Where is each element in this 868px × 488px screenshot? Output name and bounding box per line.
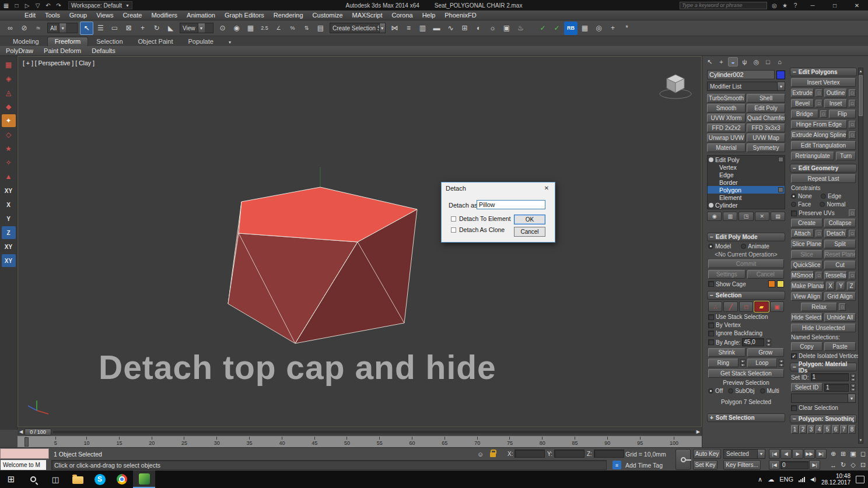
- animate-radio[interactable]: [741, 244, 746, 249]
- skype-icon[interactable]: S: [89, 471, 111, 488]
- select-id-spinner[interactable]: ▲▼: [850, 384, 856, 391]
- set-id-field[interactable]: 1: [811, 373, 849, 381]
- render-production-icon[interactable]: ♨: [514, 22, 527, 35]
- preserve-uvs-settings-icon[interactable]: □: [849, 209, 856, 217]
- menu-item[interactable]: Rendering: [269, 12, 308, 19]
- task-view-icon[interactable]: ◫: [44, 471, 66, 488]
- maxscript-listener-icon[interactable]: ≡: [612, 461, 621, 469]
- modifier-button[interactable]: Smooth: [707, 104, 746, 113]
- cut-button[interactable]: Cut: [824, 261, 856, 269]
- help-icon[interactable]: ?: [790, 1, 800, 10]
- detach-as-clone-checkbox[interactable]: [451, 227, 456, 233]
- repeat-last-button[interactable]: Repeat Last: [791, 174, 856, 183]
- polygon-subobject-icon[interactable]: ▰: [754, 301, 768, 312]
- time-slider-handle[interactable]: 0 / 100: [24, 429, 51, 436]
- ribbon-toggle-icon[interactable]: ▬: [430, 22, 443, 35]
- make-unique-icon[interactable]: ◳: [738, 212, 753, 221]
- gem-icon[interactable]: ◈: [2, 72, 16, 85]
- constraint-edge-radio[interactable]: [821, 194, 826, 199]
- material-editor-icon[interactable]: ◐: [472, 22, 485, 35]
- constraint-normal-radio[interactable]: [820, 202, 825, 207]
- modifier-button[interactable]: Unwrap UVW: [707, 134, 746, 142]
- vertex-subobject-icon[interactable]: ∴: [708, 301, 722, 312]
- tray-chevron-icon[interactable]: ∧: [758, 476, 762, 483]
- planar-y-button[interactable]: Y: [836, 282, 845, 290]
- go-to-end-icon[interactable]: ▶|: [809, 460, 820, 470]
- 3ds-max-taskbar-icon[interactable]: [133, 471, 155, 488]
- play-icon[interactable]: ▶: [792, 449, 803, 459]
- align-icon[interactable]: ≡: [402, 22, 415, 35]
- maximize-button[interactable]: □: [825, 1, 845, 10]
- modifier-stack[interactable]: Edit Poly Vertex Edge Border Polygon Ele…: [707, 155, 785, 209]
- scroll-up-icon[interactable]: ▲: [859, 68, 863, 74]
- rollout-edit-geometry[interactable]: −Edit Geometry: [790, 164, 857, 173]
- cloud-icon[interactable]: ☁: [768, 476, 774, 483]
- x-coordinate-field[interactable]: [514, 450, 545, 458]
- paste-button[interactable]: Paste: [824, 342, 856, 351]
- tessellate-button[interactable]: Tessellate: [824, 271, 847, 280]
- by-angle-field[interactable]: 45,0: [742, 338, 764, 346]
- loop-spinner[interactable]: ▲▼: [779, 359, 784, 367]
- settings-button[interactable]: Settings: [708, 270, 746, 279]
- viewport-label[interactable]: [ + ] [ Perspective ] [ Clay ]: [23, 59, 94, 66]
- menu-item[interactable]: Animation: [182, 12, 220, 19]
- new-scene-icon[interactable]: □: [12, 1, 22, 10]
- workspace-dropdown[interactable]: Workspace: Default ▼: [68, 1, 132, 9]
- layer-manager-icon[interactable]: ▥: [416, 22, 429, 35]
- ribbon-minimize-icon[interactable]: ▾: [222, 39, 238, 46]
- menu-item[interactable]: Views: [92, 12, 118, 19]
- outline-button[interactable]: Outline: [824, 89, 847, 97]
- edge-subobject-icon[interactable]: ╱: [723, 301, 737, 312]
- crystal-icon[interactable]: ◇: [2, 128, 16, 141]
- select-and-rotate-icon[interactable]: ↻: [150, 22, 163, 35]
- undo-icon[interactable]: ↶: [43, 1, 53, 10]
- viewcube[interactable]: [667, 75, 684, 93]
- motion-tab-icon[interactable]: ◎: [751, 57, 761, 66]
- rb-badge[interactable]: RB: [564, 22, 578, 35]
- named-selection-set-dropdown[interactable]: Create Selection Se ▼: [330, 23, 386, 33]
- corona-check2-icon[interactable]: ✓: [550, 22, 564, 35]
- extrude-spline-settings-icon[interactable]: □: [849, 131, 856, 139]
- corona-globe-icon[interactable]: ◎: [592, 22, 606, 35]
- constraint-z-icon[interactable]: Z: [2, 226, 16, 239]
- modify-tab-icon[interactable]: ◒: [728, 57, 738, 66]
- loop-button[interactable]: Loop: [747, 359, 778, 367]
- modifier-button[interactable]: Quad Chamfer: [747, 114, 785, 122]
- edit-triangulation-button[interactable]: Edit Triangulation: [791, 141, 856, 150]
- by-angle-spinner[interactable]: ▲▼: [766, 339, 771, 346]
- star-icon[interactable]: ★: [2, 142, 16, 155]
- show-end-result-icon[interactable]: ▥: [723, 212, 737, 221]
- split-button[interactable]: Split: [824, 240, 856, 248]
- tessellate-settings-icon[interactable]: □: [849, 272, 856, 279]
- dialog-title-bar[interactable]: Detach ✕: [442, 182, 555, 194]
- select-id-button[interactable]: Select ID: [791, 383, 822, 392]
- modifier-button[interactable]: UVW Xform: [707, 114, 746, 122]
- hinge-from-edge-button[interactable]: Hinge From Edge: [791, 120, 847, 129]
- spark-icon[interactable]: ✦: [2, 114, 16, 127]
- rollout-smoothing-groups[interactable]: −Polygon: Smoothing Groups: [790, 415, 857, 423]
- object-name-field[interactable]: Cylinder002: [707, 70, 775, 79]
- utilities-tab-icon[interactable]: ⌂: [775, 57, 785, 66]
- create-tab-icon[interactable]: +: [716, 57, 726, 66]
- selection-lock-icon[interactable]: [490, 452, 496, 457]
- turn-button[interactable]: Turn: [836, 152, 856, 160]
- unhide-all-button[interactable]: Unhide All: [824, 313, 856, 322]
- z-coordinate-field[interactable]: [594, 450, 624, 458]
- element-subobject-icon[interactable]: ▣: [770, 301, 784, 312]
- search-input[interactable]: [680, 2, 767, 9]
- detach-button[interactable]: Detach: [824, 229, 847, 238]
- retriangulate-button[interactable]: Retriangulate: [791, 152, 834, 160]
- ignore-backfacing-checkbox[interactable]: [708, 331, 714, 336]
- copy-button[interactable]: Copy: [791, 342, 822, 351]
- shrink-button[interactable]: Shrink: [708, 348, 746, 357]
- panel-scrollbar[interactable]: ▲ ▼: [858, 68, 863, 444]
- by-angle-checkbox[interactable]: [708, 339, 714, 345]
- current-frame-marker[interactable]: [24, 437, 29, 447]
- relax-settings-icon[interactable]: □: [839, 303, 846, 311]
- smoothing-group-button[interactable]: 7: [840, 425, 848, 434]
- diamond-icon[interactable]: ◆: [2, 100, 16, 113]
- modifier-button[interactable]: UVW Map: [747, 134, 785, 142]
- select-and-link-icon[interactable]: ∞: [4, 22, 17, 35]
- track-bar[interactable]: 0510152025303540455055606570758085909510…: [18, 436, 702, 447]
- bevel-settings-icon[interactable]: □: [816, 100, 822, 107]
